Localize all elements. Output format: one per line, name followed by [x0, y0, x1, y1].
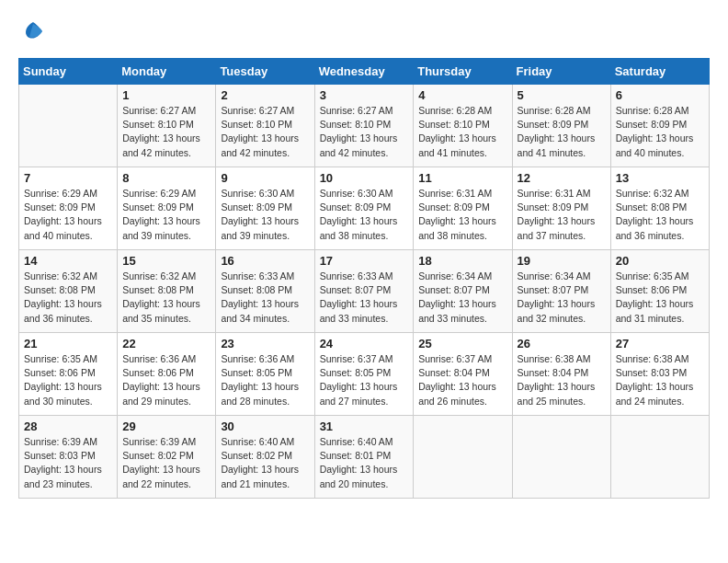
day-number: 22 — [122, 337, 210, 350]
calendar-cell: 5Sunrise: 6:28 AMSunset: 8:09 PMDaylight… — [512, 85, 610, 167]
day-number: 18 — [418, 254, 506, 268]
calendar-cell: 16Sunrise: 6:33 AMSunset: 8:08 PMDayligh… — [216, 250, 314, 333]
day-info: Sunrise: 6:29 AMSunset: 8:09 PMDaylight:… — [122, 187, 210, 243]
calendar-cell: 9Sunrise: 6:30 AMSunset: 8:09 PMDaylight… — [216, 167, 314, 250]
day-number: 2 — [221, 88, 309, 102]
day-number: 7 — [24, 171, 112, 185]
day-number: 13 — [616, 171, 704, 185]
day-info: Sunrise: 6:31 AMSunset: 8:09 PMDaylight:… — [518, 187, 606, 243]
day-info: Sunrise: 6:37 AMSunset: 8:04 PMDaylight:… — [418, 352, 506, 408]
day-info: Sunrise: 6:40 AMSunset: 8:01 PMDaylight:… — [320, 435, 409, 491]
day-info: Sunrise: 6:34 AMSunset: 8:07 PMDaylight:… — [518, 270, 606, 326]
day-number: 26 — [518, 337, 606, 350]
calendar-cell: 22Sunrise: 6:36 AMSunset: 8:06 PMDayligh… — [118, 333, 216, 416]
day-number: 29 — [122, 419, 210, 433]
day-header-thursday: Thursday — [414, 59, 512, 85]
calendar-cell — [610, 416, 709, 499]
day-info: Sunrise: 6:27 AMSunset: 8:10 PMDaylight:… — [122, 104, 210, 160]
calendar-cell: 28Sunrise: 6:39 AMSunset: 8:03 PMDayligh… — [19, 416, 118, 499]
day-number: 15 — [122, 254, 210, 268]
day-info: Sunrise: 6:31 AMSunset: 8:09 PMDaylight:… — [418, 187, 506, 243]
day-info: Sunrise: 6:38 AMSunset: 8:03 PMDaylight:… — [616, 352, 704, 408]
day-number: 19 — [518, 254, 606, 268]
calendar-week-row: 7Sunrise: 6:29 AMSunset: 8:09 PMDaylight… — [19, 167, 710, 250]
calendar-cell: 21Sunrise: 6:35 AMSunset: 8:06 PMDayligh… — [19, 333, 118, 416]
day-info: Sunrise: 6:27 AMSunset: 8:10 PMDaylight:… — [320, 104, 409, 160]
calendar-cell: 10Sunrise: 6:30 AMSunset: 8:09 PMDayligh… — [314, 167, 414, 250]
calendar-cell: 6Sunrise: 6:28 AMSunset: 8:09 PMDaylight… — [610, 85, 709, 167]
day-number: 1 — [122, 88, 210, 102]
day-info: Sunrise: 6:32 AMSunset: 8:08 PMDaylight:… — [616, 187, 704, 243]
calendar-cell: 1Sunrise: 6:27 AMSunset: 8:10 PMDaylight… — [118, 85, 216, 167]
day-info: Sunrise: 6:32 AMSunset: 8:08 PMDaylight:… — [24, 270, 112, 326]
day-info: Sunrise: 6:37 AMSunset: 8:05 PMDaylight:… — [320, 352, 409, 408]
calendar-cell: 23Sunrise: 6:36 AMSunset: 8:05 PMDayligh… — [216, 333, 314, 416]
day-info: Sunrise: 6:39 AMSunset: 8:02 PMDaylight:… — [122, 435, 210, 491]
logo — [18, 18, 46, 49]
day-number: 4 — [418, 88, 506, 102]
day-header-friday: Friday — [512, 59, 610, 85]
day-header-sunday: Sunday — [19, 59, 118, 85]
day-info: Sunrise: 6:35 AMSunset: 8:06 PMDaylight:… — [616, 270, 704, 326]
day-info: Sunrise: 6:28 AMSunset: 8:10 PMDaylight:… — [418, 104, 506, 160]
calendar-cell: 11Sunrise: 6:31 AMSunset: 8:09 PMDayligh… — [414, 167, 512, 250]
calendar-cell: 30Sunrise: 6:40 AMSunset: 8:02 PMDayligh… — [216, 416, 314, 499]
calendar-week-row: 21Sunrise: 6:35 AMSunset: 8:06 PMDayligh… — [19, 333, 710, 416]
day-info: Sunrise: 6:27 AMSunset: 8:10 PMDaylight:… — [221, 104, 309, 160]
page-header — [18, 18, 710, 49]
calendar-cell: 19Sunrise: 6:34 AMSunset: 8:07 PMDayligh… — [512, 250, 610, 333]
calendar-cell: 12Sunrise: 6:31 AMSunset: 8:09 PMDayligh… — [512, 167, 610, 250]
day-header-wednesday: Wednesday — [314, 59, 414, 85]
calendar-cell: 7Sunrise: 6:29 AMSunset: 8:09 PMDaylight… — [19, 167, 118, 250]
day-header-tuesday: Tuesday — [216, 59, 314, 85]
calendar-cell — [19, 85, 118, 167]
day-number: 9 — [221, 171, 309, 185]
day-number: 16 — [221, 254, 309, 268]
calendar-table: SundayMondayTuesdayWednesdayThursdayFrid… — [18, 58, 710, 499]
day-number: 30 — [221, 419, 309, 433]
calendar-cell — [512, 416, 610, 499]
day-info: Sunrise: 6:32 AMSunset: 8:08 PMDaylight:… — [122, 270, 210, 326]
calendar-cell: 15Sunrise: 6:32 AMSunset: 8:08 PMDayligh… — [118, 250, 216, 333]
day-number: 21 — [24, 337, 112, 350]
day-info: Sunrise: 6:28 AMSunset: 8:09 PMDaylight:… — [616, 104, 704, 160]
calendar-cell — [414, 416, 512, 499]
calendar-cell: 26Sunrise: 6:38 AMSunset: 8:04 PMDayligh… — [512, 333, 610, 416]
logo-icon — [20, 18, 46, 44]
calendar-cell: 13Sunrise: 6:32 AMSunset: 8:08 PMDayligh… — [610, 167, 709, 250]
calendar-cell: 3Sunrise: 6:27 AMSunset: 8:10 PMDaylight… — [314, 85, 414, 167]
day-header-monday: Monday — [118, 59, 216, 85]
day-info: Sunrise: 6:33 AMSunset: 8:07 PMDaylight:… — [320, 270, 409, 326]
calendar-cell: 18Sunrise: 6:34 AMSunset: 8:07 PMDayligh… — [414, 250, 512, 333]
day-number: 31 — [320, 419, 409, 433]
day-number: 3 — [320, 88, 409, 102]
day-info: Sunrise: 6:35 AMSunset: 8:06 PMDaylight:… — [24, 352, 112, 408]
day-number: 27 — [616, 337, 704, 350]
day-info: Sunrise: 6:40 AMSunset: 8:02 PMDaylight:… — [221, 435, 309, 491]
calendar-cell: 8Sunrise: 6:29 AMSunset: 8:09 PMDaylight… — [118, 167, 216, 250]
day-info: Sunrise: 6:30 AMSunset: 8:09 PMDaylight:… — [221, 187, 309, 243]
day-number: 10 — [320, 171, 409, 185]
day-number: 11 — [418, 171, 506, 185]
day-info: Sunrise: 6:34 AMSunset: 8:07 PMDaylight:… — [418, 270, 506, 326]
calendar-week-row: 1Sunrise: 6:27 AMSunset: 8:10 PMDaylight… — [19, 85, 710, 167]
day-number: 25 — [418, 337, 506, 350]
calendar-cell: 2Sunrise: 6:27 AMSunset: 8:10 PMDaylight… — [216, 85, 314, 167]
calendar-header-row: SundayMondayTuesdayWednesdayThursdayFrid… — [19, 59, 710, 85]
calendar-cell: 14Sunrise: 6:32 AMSunset: 8:08 PMDayligh… — [19, 250, 118, 333]
calendar-cell: 27Sunrise: 6:38 AMSunset: 8:03 PMDayligh… — [610, 333, 709, 416]
day-info: Sunrise: 6:38 AMSunset: 8:04 PMDaylight:… — [518, 352, 606, 408]
day-header-saturday: Saturday — [610, 59, 709, 85]
calendar-cell: 4Sunrise: 6:28 AMSunset: 8:10 PMDaylight… — [414, 85, 512, 167]
day-info: Sunrise: 6:29 AMSunset: 8:09 PMDaylight:… — [24, 187, 112, 243]
day-info: Sunrise: 6:36 AMSunset: 8:06 PMDaylight:… — [122, 352, 210, 408]
day-number: 8 — [122, 171, 210, 185]
day-info: Sunrise: 6:28 AMSunset: 8:09 PMDaylight:… — [518, 104, 606, 160]
day-info: Sunrise: 6:39 AMSunset: 8:03 PMDaylight:… — [24, 435, 112, 491]
day-number: 23 — [221, 337, 309, 350]
day-info: Sunrise: 6:30 AMSunset: 8:09 PMDaylight:… — [320, 187, 409, 243]
day-number: 6 — [616, 88, 704, 102]
day-number: 5 — [518, 88, 606, 102]
calendar-week-row: 28Sunrise: 6:39 AMSunset: 8:03 PMDayligh… — [19, 416, 710, 499]
day-info: Sunrise: 6:33 AMSunset: 8:08 PMDaylight:… — [221, 270, 309, 326]
